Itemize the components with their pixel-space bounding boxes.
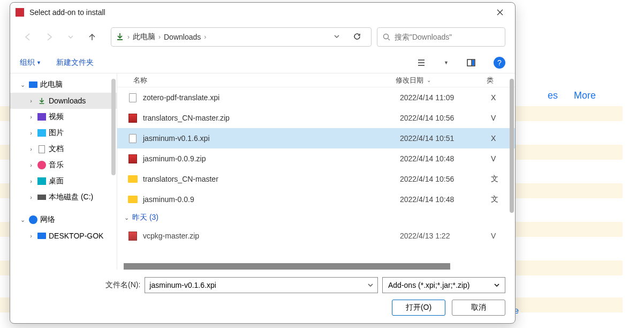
back-button[interactable]	[20, 29, 36, 45]
file-row[interactable]: translators_CN-master.zip 2022/4/14 10:5…	[117, 108, 515, 128]
sidebar-this-pc[interactable]: ⌄ 此电脑	[10, 77, 117, 93]
dialog-buttons: 打开(O) 取消	[20, 300, 505, 316]
sidebar: ⌄ 此电脑 › Downloads › 视频 › 图片	[10, 73, 117, 270]
zip-icon	[128, 114, 137, 123]
dialog-footer: 文件名(N): jasminum-v0.1.6.xpi Add-ons (*.x…	[10, 270, 515, 323]
sidebar-music[interactable]: › 音乐	[10, 157, 117, 173]
column-date[interactable]: 修改日期 ⌄	[396, 76, 487, 85]
sidebar-desktop[interactable]: › 桌面	[10, 173, 117, 189]
network-icon	[29, 215, 37, 224]
sort-indicator-icon: ⌄	[427, 77, 431, 83]
cancel-button[interactable]: 取消	[452, 300, 505, 316]
zip-icon	[128, 232, 137, 241]
chevron-down-icon[interactable]: ⌄	[19, 81, 26, 88]
column-name[interactable]: 名称	[133, 76, 396, 85]
file-list: 名称 修改日期 ⌄ 类 zotero-pdf-translate.xpi 202…	[117, 73, 515, 270]
zotero-app-icon	[16, 8, 24, 17]
view-list-button[interactable]	[414, 55, 429, 70]
chevron-down-icon	[494, 281, 499, 289]
file-icon	[129, 134, 137, 143]
video-icon	[37, 113, 46, 121]
file-open-dialog: Select add-on to install › 此电脑 › Downloa…	[10, 2, 516, 324]
svg-point-0	[384, 34, 389, 39]
chevron-down-icon[interactable]	[368, 281, 373, 289]
forward-button[interactable]	[41, 29, 57, 45]
path-dropdown[interactable]	[329, 33, 344, 41]
sidebar-scrollbar[interactable]	[111, 79, 116, 175]
path-bar[interactable]: › 此电脑 › Downloads ›	[111, 27, 372, 47]
dialog-title: Select add-on to install	[29, 8, 490, 17]
chevron-down-icon[interactable]: ⌄	[19, 217, 26, 223]
sidebar-local-disk[interactable]: › 本地磁盘 (C:)	[10, 189, 117, 205]
sidebar-downloads[interactable]: › Downloads	[10, 93, 117, 109]
file-type-filter[interactable]: Add-ons (*.xpi;*.jar;*.zip)	[382, 277, 505, 293]
view-dropdown-icon[interactable]: ▼	[444, 60, 449, 65]
chevron-right-icon: ›	[204, 33, 206, 41]
folder-icon	[128, 196, 138, 203]
bg-tab-more[interactable]: More	[574, 90, 596, 101]
organize-menu[interactable]: 组织▼	[20, 58, 41, 68]
file-row[interactable]: jasminum-0.0.9.zip 2022/4/14 10:48 V	[117, 148, 515, 169]
filename-label: 文件名(N):	[105, 280, 140, 290]
recent-dropdown[interactable]	[63, 29, 79, 45]
chevron-right-icon[interactable]: ›	[27, 98, 35, 104]
filename-input[interactable]: jasminum-v0.1.6.xpi	[145, 277, 378, 293]
sidebar-pictures[interactable]: › 图片	[10, 125, 117, 141]
nav-row: › 此电脑 › Downloads ›	[10, 22, 515, 52]
music-icon	[37, 161, 46, 169]
background-tabs: es More	[548, 90, 596, 101]
vertical-scrollbar[interactable]	[510, 79, 514, 213]
close-button[interactable]	[490, 5, 510, 20]
column-type[interactable]: 类	[487, 76, 503, 85]
new-folder-button[interactable]: 新建文件夹	[56, 58, 94, 68]
search-icon	[383, 33, 390, 41]
download-icon	[116, 32, 124, 42]
document-icon	[39, 145, 45, 153]
chevron-down-icon: ⌄	[123, 214, 130, 221]
group-yesterday[interactable]: ⌄ 昨天 (3)	[117, 210, 515, 226]
path-root[interactable]: 此电脑	[133, 32, 155, 42]
refresh-button[interactable]	[347, 32, 367, 42]
disk-icon	[37, 195, 46, 200]
chevron-right-icon: ›	[127, 33, 130, 41]
download-icon	[37, 96, 47, 106]
sidebar-desktop-host[interactable]: › DESKTOP-GOK	[10, 228, 117, 244]
bg-tab-fragment[interactable]: es	[548, 90, 558, 101]
open-button[interactable]: 打开(O)	[392, 300, 445, 316]
pc-icon	[37, 233, 46, 239]
file-row[interactable]: translators_CN-master 2022/4/14 10:56 文	[117, 169, 515, 189]
content-area: ⌄ 此电脑 › Downloads › 视频 › 图片	[10, 73, 515, 270]
titlebar: Select add-on to install	[10, 3, 515, 22]
up-button[interactable]	[84, 29, 100, 45]
desktop-icon	[37, 177, 46, 185]
file-row[interactable]: zotero-pdf-translate.xpi 2022/4/14 11:09…	[117, 87, 515, 108]
filename-row: 文件名(N): jasminum-v0.1.6.xpi Add-ons (*.x…	[20, 277, 505, 293]
horizontal-scrollbar[interactable]	[124, 263, 450, 270]
sidebar-documents[interactable]: › 文档	[10, 141, 117, 157]
file-icon	[129, 93, 137, 102]
toolbar: 组织▼ 新建文件夹 ▼ ?	[10, 52, 515, 73]
picture-icon	[37, 129, 46, 137]
column-headers: 名称 修改日期 ⌄ 类	[117, 73, 515, 87]
chevron-right-icon: ›	[158, 33, 161, 41]
file-row[interactable]: jasminum-v0.1.6.xpi 2022/4/14 10:51 X	[117, 128, 515, 148]
search-box[interactable]	[377, 27, 505, 47]
sidebar-network[interactable]: ⌄ 网络	[10, 212, 117, 228]
path-folder[interactable]: Downloads	[164, 33, 201, 41]
svg-rect-2	[472, 60, 474, 65]
help-button[interactable]: ?	[494, 57, 505, 69]
preview-pane-button[interactable]	[464, 55, 479, 70]
file-row[interactable]: vcpkg-master.zip 2022/4/13 1:22 V	[117, 226, 515, 246]
folder-icon	[128, 175, 138, 183]
file-row[interactable]: jasminum-0.0.9 2022/4/14 10:48 文	[117, 189, 515, 210]
sidebar-videos[interactable]: › 视频	[10, 109, 117, 125]
search-input[interactable]	[395, 33, 499, 41]
zip-icon	[128, 154, 137, 163]
